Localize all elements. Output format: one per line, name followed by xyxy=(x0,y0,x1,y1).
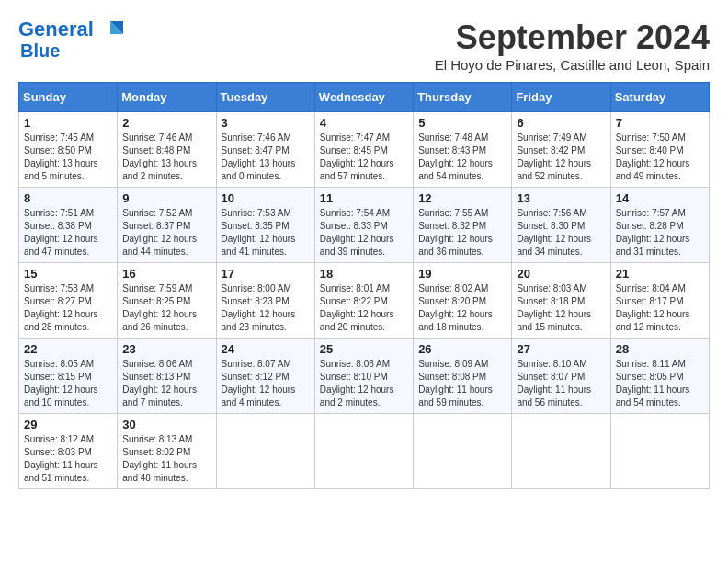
calendar-cell xyxy=(414,414,512,489)
day-info: Sunrise: 7:55 AM Sunset: 8:32 PM Dayligh… xyxy=(418,207,506,259)
day-info: Sunrise: 8:04 AM Sunset: 8:17 PM Dayligh… xyxy=(616,282,704,334)
day-number: 14 xyxy=(616,191,704,205)
header-wednesday: Wednesday xyxy=(314,83,413,112)
calendar-week-5: 29 Sunrise: 8:12 AM Sunset: 8:03 PM Dayl… xyxy=(19,414,710,489)
day-info: Sunrise: 8:10 AM Sunset: 8:07 PM Dayligh… xyxy=(517,358,605,409)
day-number: 6 xyxy=(517,116,605,130)
day-number: 4 xyxy=(320,116,408,130)
day-info: Sunrise: 8:13 AM Sunset: 8:02 PM Dayligh… xyxy=(122,433,210,485)
day-info: Sunrise: 7:45 AM Sunset: 8:50 PM Dayligh… xyxy=(24,132,112,183)
logo: General Blue xyxy=(18,18,123,61)
day-info: Sunrise: 8:09 AM Sunset: 8:08 PM Dayligh… xyxy=(418,358,506,409)
calendar-week-4: 22 Sunrise: 8:05 AM Sunset: 8:15 PM Dayl… xyxy=(19,339,710,414)
month-title: September 2024 xyxy=(435,18,710,57)
header-tuesday: Tuesday xyxy=(216,83,314,112)
logo-blue-text: Blue xyxy=(20,40,60,61)
day-info: Sunrise: 7:48 AM Sunset: 8:43 PM Dayligh… xyxy=(418,132,506,183)
calendar-cell: 10 Sunrise: 7:53 AM Sunset: 8:35 PM Dayl… xyxy=(216,188,314,263)
day-number: 26 xyxy=(418,342,506,356)
calendar-cell: 17 Sunrise: 8:00 AM Sunset: 8:23 PM Dayl… xyxy=(216,263,314,339)
calendar-cell: 24 Sunrise: 8:07 AM Sunset: 8:12 PM Dayl… xyxy=(216,339,314,414)
day-info: Sunrise: 7:50 AM Sunset: 8:40 PM Dayligh… xyxy=(616,132,704,183)
calendar-cell: 12 Sunrise: 7:55 AM Sunset: 8:32 PM Dayl… xyxy=(414,188,512,263)
calendar-cell: 21 Sunrise: 8:04 AM Sunset: 8:17 PM Dayl… xyxy=(610,263,709,339)
day-number: 21 xyxy=(616,267,704,281)
day-number: 28 xyxy=(616,342,704,356)
calendar-cell: 3 Sunrise: 7:46 AM Sunset: 8:47 PM Dayli… xyxy=(216,112,314,188)
calendar-cell xyxy=(216,414,314,489)
calendar-cell: 4 Sunrise: 7:47 AM Sunset: 8:45 PM Dayli… xyxy=(314,112,413,188)
day-info: Sunrise: 8:05 AM Sunset: 8:15 PM Dayligh… xyxy=(24,358,112,409)
calendar-cell: 8 Sunrise: 7:51 AM Sunset: 8:38 PM Dayli… xyxy=(19,188,118,263)
day-number: 25 xyxy=(320,342,408,356)
day-number: 3 xyxy=(222,116,310,130)
day-number: 15 xyxy=(24,267,112,281)
calendar-cell: 22 Sunrise: 8:05 AM Sunset: 8:15 PM Dayl… xyxy=(19,339,118,414)
day-number: 12 xyxy=(418,191,506,205)
day-info: Sunrise: 8:02 AM Sunset: 8:20 PM Dayligh… xyxy=(418,282,506,334)
calendar-cell: 11 Sunrise: 7:54 AM Sunset: 8:33 PM Dayl… xyxy=(314,188,413,263)
header-sunday: Sunday xyxy=(19,83,118,112)
day-info: Sunrise: 7:57 AM Sunset: 8:28 PM Dayligh… xyxy=(616,207,704,259)
day-info: Sunrise: 7:52 AM Sunset: 8:37 PM Dayligh… xyxy=(122,207,210,259)
day-info: Sunrise: 7:51 AM Sunset: 8:38 PM Dayligh… xyxy=(24,207,112,259)
header-saturday: Saturday xyxy=(610,83,709,112)
day-number: 11 xyxy=(320,191,408,205)
day-info: Sunrise: 8:07 AM Sunset: 8:12 PM Dayligh… xyxy=(222,358,310,409)
calendar-cell: 29 Sunrise: 8:12 AM Sunset: 8:03 PM Dayl… xyxy=(19,414,118,489)
calendar-cell xyxy=(314,414,413,489)
day-info: Sunrise: 7:46 AM Sunset: 8:48 PM Dayligh… xyxy=(122,132,210,183)
calendar-week-2: 8 Sunrise: 7:51 AM Sunset: 8:38 PM Dayli… xyxy=(19,188,710,263)
day-info: Sunrise: 7:54 AM Sunset: 8:33 PM Dayligh… xyxy=(320,207,408,259)
day-info: Sunrise: 7:53 AM Sunset: 8:35 PM Dayligh… xyxy=(222,207,310,259)
calendar-cell: 13 Sunrise: 7:56 AM Sunset: 8:30 PM Dayl… xyxy=(512,188,610,263)
day-info: Sunrise: 7:59 AM Sunset: 8:25 PM Dayligh… xyxy=(122,282,210,334)
header-monday: Monday xyxy=(118,83,216,112)
calendar-cell: 2 Sunrise: 7:46 AM Sunset: 8:48 PM Dayli… xyxy=(118,112,216,188)
day-number: 17 xyxy=(222,267,310,281)
day-info: Sunrise: 7:47 AM Sunset: 8:45 PM Dayligh… xyxy=(320,132,408,183)
calendar-cell: 18 Sunrise: 8:01 AM Sunset: 8:22 PM Dayl… xyxy=(314,263,413,339)
day-number: 16 xyxy=(122,267,210,281)
calendar-cell: 30 Sunrise: 8:13 AM Sunset: 8:02 PM Dayl… xyxy=(118,414,216,489)
day-number: 23 xyxy=(122,342,210,356)
calendar-cell: 23 Sunrise: 8:06 AM Sunset: 8:13 PM Dayl… xyxy=(118,339,216,414)
calendar-table: SundayMondayTuesdayWednesdayThursdayFrid… xyxy=(18,82,710,489)
logo-text: General xyxy=(18,18,94,40)
calendar-cell xyxy=(512,414,610,489)
day-number: 29 xyxy=(24,418,112,431)
calendar-cell: 27 Sunrise: 8:10 AM Sunset: 8:07 PM Dayl… xyxy=(512,339,610,414)
day-number: 22 xyxy=(24,342,112,356)
day-number: 18 xyxy=(320,267,408,281)
calendar-cell: 9 Sunrise: 7:52 AM Sunset: 8:37 PM Dayli… xyxy=(118,188,216,263)
day-info: Sunrise: 7:49 AM Sunset: 8:42 PM Dayligh… xyxy=(517,132,605,183)
day-number: 10 xyxy=(222,191,310,205)
day-number: 30 xyxy=(122,418,210,431)
day-number: 5 xyxy=(418,116,506,130)
calendar-cell: 15 Sunrise: 7:58 AM Sunset: 8:27 PM Dayl… xyxy=(19,263,118,339)
calendar-week-1: 1 Sunrise: 7:45 AM Sunset: 8:50 PM Dayli… xyxy=(19,112,710,188)
calendar-cell: 1 Sunrise: 7:45 AM Sunset: 8:50 PM Dayli… xyxy=(19,112,118,188)
day-number: 1 xyxy=(24,116,112,130)
calendar-cell: 28 Sunrise: 8:11 AM Sunset: 8:05 PM Dayl… xyxy=(610,339,709,414)
day-number: 13 xyxy=(517,191,605,205)
day-number: 8 xyxy=(24,191,112,205)
page-header: General Blue September 2024 El Hoyo de P… xyxy=(18,18,710,73)
calendar-cell: 6 Sunrise: 7:49 AM Sunset: 8:42 PM Dayli… xyxy=(512,112,610,188)
location-subtitle: El Hoyo de Pinares, Castille and Leon, S… xyxy=(435,57,710,73)
day-number: 19 xyxy=(418,267,506,281)
calendar-cell: 19 Sunrise: 8:02 AM Sunset: 8:20 PM Dayl… xyxy=(414,263,512,339)
calendar-header-row: SundayMondayTuesdayWednesdayThursdayFrid… xyxy=(19,83,710,112)
title-area: September 2024 El Hoyo de Pinares, Casti… xyxy=(435,18,710,73)
day-number: 24 xyxy=(222,342,310,356)
day-number: 20 xyxy=(517,267,605,281)
calendar-cell: 25 Sunrise: 8:08 AM Sunset: 8:10 PM Dayl… xyxy=(314,339,413,414)
calendar-cell xyxy=(610,414,709,489)
day-number: 7 xyxy=(616,116,704,130)
day-number: 27 xyxy=(517,342,605,356)
calendar-week-3: 15 Sunrise: 7:58 AM Sunset: 8:27 PM Dayl… xyxy=(19,263,710,339)
logo-icon xyxy=(94,19,123,40)
header-friday: Friday xyxy=(512,83,610,112)
day-number: 2 xyxy=(122,116,210,130)
day-info: Sunrise: 8:03 AM Sunset: 8:18 PM Dayligh… xyxy=(517,282,605,334)
